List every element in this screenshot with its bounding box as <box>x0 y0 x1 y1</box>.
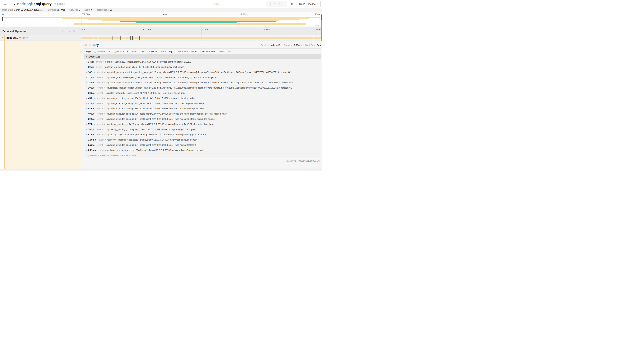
log-row[interactable]: ›459μs:event=‹sql/conn_executor_exec.go:… <box>84 96 320 101</box>
log-timestamp: 366μs: <box>88 92 95 94</box>
log-marker-tick <box>88 36 88 40</box>
equals-sign: = <box>104 82 105 84</box>
log-row[interactable]: ›2.7ms:event=‹sql/conn_executor_exec.go:… <box>84 142 320 148</box>
log-expand-icon[interactable]: › <box>86 61 87 63</box>
log-expand-icon[interactable]: › <box>86 144 87 146</box>
target-icon[interactable]: ◎ <box>269 3 271 5</box>
find-clear-icon[interactable]: × <box>283 3 284 5</box>
log-expand-icon[interactable]: › <box>86 87 87 89</box>
keyboard-shortcuts-button[interactable]: ⌘ <box>289 1 295 7</box>
find-prev-icon[interactable]: ∧ <box>274 3 276 5</box>
column-resizer[interactable]: || <box>79 30 80 33</box>
log-row[interactable]: ›476μs:event=‹sql/conn_executor_exec.go:… <box>84 101 320 106</box>
time-tick-label: 2.79ms <box>314 28 322 31</box>
minimap-canvas[interactable] <box>2 17 320 26</box>
minimap-right-scrubber-handle[interactable] <box>320 17 320 26</box>
span-detail-gutter-fill <box>5 41 81 169</box>
find-input[interactable] <box>211 1 266 7</box>
equals-sign: = <box>104 102 105 105</box>
bottom-scrollbar-strip <box>0 169 322 171</box>
log-expand-icon[interactable]: › <box>86 107 87 110</box>
log-expand-icon[interactable]: › <box>86 133 87 136</box>
span-row-track[interactable] <box>81 35 322 41</box>
log-field-name: event <box>97 87 103 89</box>
expand-one-icon[interactable]: › <box>66 30 66 32</box>
scrollbar-marker <box>321 14 322 20</box>
span-duration-bar[interactable] <box>81 37 322 39</box>
log-expand-icon[interactable]: › <box>86 66 87 68</box>
log-expand-icon[interactable]: › <box>86 76 87 79</box>
tags-row[interactable]: › Tags: _unfinished=1_verbose=1client=12… <box>84 49 321 54</box>
log-row[interactable]: ›2.79ms:event=‹sql/conn_executor_exec.go… <box>84 148 320 153</box>
collapse-one-icon[interactable]: ∨ <box>61 30 63 32</box>
logs-collapse-icon[interactable]: ∨ <box>86 56 88 58</box>
scrollbar-thumb[interactable] <box>321 20 322 41</box>
meta-label: Depth <box>84 9 90 11</box>
collapse-all-icon[interactable]: ∨∨ <box>69 29 70 33</box>
log-row[interactable]: ›597μs:event=‹sql/distsql_running.go:498… <box>84 127 320 132</box>
span-row-name-cell[interactable]: ∨ node sql1 sql query <box>0 35 81 41</box>
log-row[interactable]: ›201μs:event=‹sql/catalog/lease/descript… <box>84 85 320 91</box>
log-timestamp: 459μs: <box>88 97 95 100</box>
find-next-icon[interactable]: ∨ <box>278 3 280 5</box>
time-tick-label: 1.4ms <box>162 13 167 15</box>
log-expand-icon[interactable]: › <box>86 71 87 74</box>
equals-sign: = <box>104 133 105 136</box>
back-button[interactable]: ← <box>0 0 11 8</box>
log-field-name: event <box>96 61 102 63</box>
detail-meta-label: Duration: <box>284 44 293 47</box>
minimap-left-scrubber-handle[interactable] <box>2 17 2 21</box>
equals-sign: = <box>104 71 105 74</box>
deep-link-icon[interactable] <box>317 160 320 162</box>
time-tick-label: 2.09ms <box>241 13 248 15</box>
log-expand-icon[interactable]: › <box>86 118 87 120</box>
log-row[interactable]: ›502μs:event=‹sql/conn_executor_exec.go:… <box>84 116 320 122</box>
log-marker-tick <box>139 36 140 40</box>
log-field-name: event <box>97 81 103 84</box>
log-row[interactable]: ›142μs:event=‹sql/catalog/lease/descript… <box>84 70 320 75</box>
log-row[interactable]: ›495μs:event=‹sql/conn_executor_exec.go:… <box>84 111 320 116</box>
log-timestamp: 476μs: <box>88 102 95 105</box>
expand-all-icon[interactable]: ≫ <box>73 30 76 32</box>
log-expand-icon[interactable]: › <box>86 128 87 131</box>
trace-collapse-icon[interactable]: ∨ <box>14 2 16 6</box>
log-expand-icon[interactable]: › <box>86 92 87 94</box>
gridline <box>202 27 202 35</box>
log-field-name: event <box>97 71 103 74</box>
log-row[interactable]: ›2.69ms:event=‹sql/conn_executor_exec.go… <box>84 137 320 142</box>
log-row[interactable]: ›574μs:event=‹sql/distsql_running.go:142… <box>84 122 320 127</box>
log-expand-icon[interactable]: › <box>86 102 87 105</box>
tag-value: 1 <box>127 50 128 53</box>
log-marker-tick <box>124 36 124 40</box>
service-color-accent <box>4 35 5 41</box>
tags-expand-icon[interactable]: › <box>84 50 84 53</box>
log-expand-icon[interactable]: › <box>86 149 87 151</box>
span-detail-header[interactable]: sql query Service:node sql1Duration:2.79… <box>84 43 321 49</box>
equals-sign: = <box>102 66 104 68</box>
log-entries: ›34μs:event=‹sql/exec_util.go:2297 [nsql… <box>84 59 320 153</box>
log-row[interactable]: ›366μs:event=‹sql/plan_opt.go:358 [nsql1… <box>84 91 320 96</box>
log-row[interactable]: ›176μs:event=‹sql/catalog/descs/descript… <box>84 75 320 80</box>
log-expand-icon[interactable]: › <box>86 97 87 100</box>
span-id-value: 4877749850101760812 <box>294 160 316 162</box>
view-selector-button[interactable]: Trace Timeline ∨ <box>296 1 320 7</box>
log-row[interactable]: ›678μs:event=‹sql/distsql_physical_plann… <box>84 132 320 137</box>
equals-sign: = <box>104 144 105 146</box>
log-expand-icon[interactable]: › <box>86 113 87 115</box>
span-row[interactable]: ∨ node sql1 sql query <box>0 35 322 41</box>
trace-meta-item: Total Spans10 <box>97 9 112 11</box>
log-field-name: event <box>97 97 103 100</box>
log-expand-icon[interactable]: › <box>86 123 87 125</box>
log-row[interactable]: ›189μs:event=‹sql/catalog/lease/descript… <box>84 80 320 85</box>
logs-header[interactable]: ∨ Logs (18) <box>84 54 320 59</box>
log-row[interactable]: ›34μs:event=‹sql/exec_util.go:2297 [nsql… <box>84 59 320 65</box>
log-expand-icon[interactable]: › <box>86 139 87 141</box>
log-row[interactable]: ›486μs:event=‹sql/conn_executor_exec.go:… <box>84 106 320 111</box>
span-collapse-icon[interactable]: ∨ <box>2 37 3 39</box>
detail-meta-value: 2.79ms <box>294 44 302 47</box>
divider <box>82 9 82 11</box>
log-row[interactable]: ›80μs:event=‹sql/plan_opt.go:358 [nsql1,… <box>84 65 320 70</box>
log-expand-icon[interactable]: › <box>86 82 87 84</box>
time-tick-label: 1.4ms <box>202 28 208 31</box>
equals-sign: = <box>104 87 105 89</box>
